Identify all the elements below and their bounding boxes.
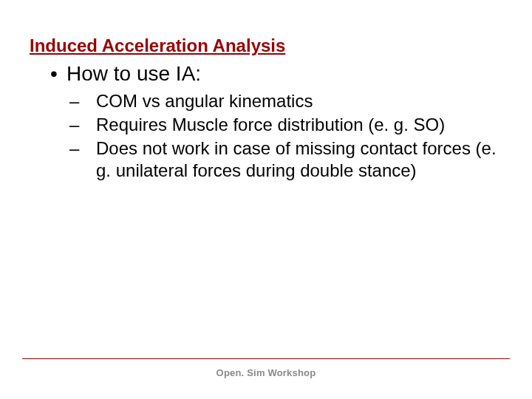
bullet-text: How to use IA: xyxy=(66,62,201,85)
dash-icon: – xyxy=(83,90,96,112)
dash-icon: – xyxy=(83,114,96,136)
sub-bullet-item: –COM vs angular kinematics xyxy=(83,90,502,112)
footer-label: Open. Sim Workshop xyxy=(0,367,532,378)
sub-bullet-item: –Does not work in case of missing contac… xyxy=(83,137,502,182)
sub-bullet-list: –COM vs angular kinematics –Requires Mus… xyxy=(83,90,502,182)
sub-bullet-text: Requires Muscle force distribution (e. g… xyxy=(96,115,445,134)
sub-bullet-text: Does not work in case of missing contact… xyxy=(96,138,497,180)
bullet-dot-icon: • xyxy=(50,62,66,86)
dash-icon: – xyxy=(83,137,96,160)
slide-title: Induced Acceleration Analysis xyxy=(30,35,502,56)
sub-bullet-text: COM vs angular kinematics xyxy=(96,91,313,111)
slide: Induced Acceleration Analysis •How to us… xyxy=(0,0,532,399)
footer-divider xyxy=(22,358,510,359)
sub-bullet-item: –Requires Muscle force distribution (e. … xyxy=(83,114,502,136)
bullet-level-1: •How to use IA: xyxy=(50,62,502,86)
